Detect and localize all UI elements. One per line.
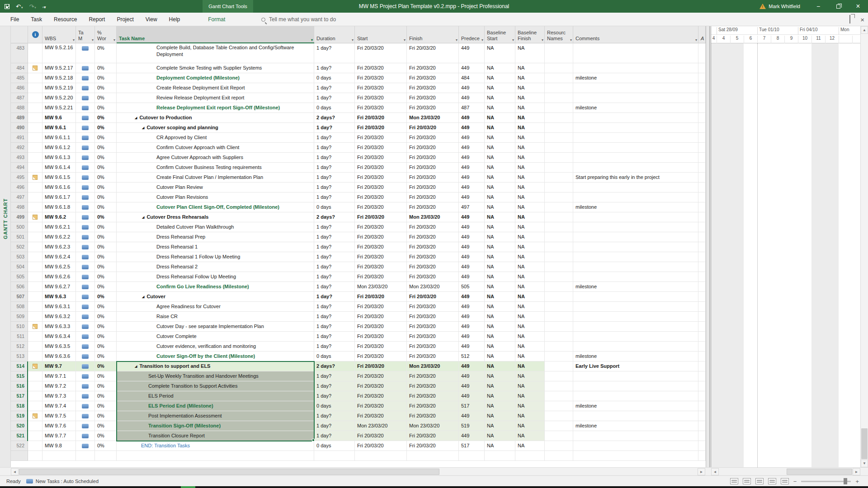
pred-cell[interactable]: 484 — [459, 73, 485, 83]
mode-cell[interactable] — [76, 232, 95, 242]
sliver-cell[interactable] — [698, 272, 706, 282]
comments-cell[interactable]: Early Live Support — [573, 361, 698, 371]
pct-cell[interactable]: 0% — [95, 103, 117, 113]
comments-cell[interactable] — [573, 93, 698, 103]
name-cell[interactable]: ◢Cutover to Production — [117, 113, 314, 123]
wbs-cell[interactable]: MW 9.6.2.6 — [42, 272, 76, 282]
res-cell[interactable] — [545, 73, 573, 83]
sliver-cell[interactable] — [698, 242, 706, 252]
wbs-cell[interactable]: MW 9.7.7 — [42, 431, 76, 441]
name-cell[interactable]: ◢Cutover Dress Rehearsals — [117, 212, 314, 222]
wbs-cell[interactable]: MW 9.6.3.5 — [42, 342, 76, 352]
info-cell[interactable] — [28, 431, 42, 441]
collapse-arrow-icon[interactable]: ◢ — [135, 116, 137, 121]
finish-cell[interactable]: Fri 20/03/20 — [407, 332, 459, 342]
bstart-cell[interactable]: NA — [485, 143, 515, 153]
duration-cell[interactable]: 1 day? — [314, 43, 355, 63]
pct-cell[interactable]: 0% — [95, 431, 117, 441]
comments-cell[interactable] — [573, 431, 698, 441]
finish-cell[interactable]: Fri 20/03/20 — [407, 302, 459, 312]
pct-cell[interactable]: 0% — [95, 123, 117, 133]
comments-cell[interactable] — [573, 63, 698, 73]
sheet-scrollbar-thumb[interactable] — [19, 469, 439, 475]
duration-cell[interactable]: 1 day? — [314, 252, 355, 262]
start-cell[interactable]: Fri 20/03/20 — [355, 431, 407, 441]
comments-cell[interactable] — [573, 342, 698, 352]
wbs-cell[interactable]: MW 9.6.1 — [42, 123, 76, 133]
mode-cell[interactable] — [76, 202, 95, 212]
info-cell[interactable] — [28, 252, 42, 262]
row-number[interactable]: 499 — [11, 212, 28, 222]
mode-cell[interactable] — [76, 153, 95, 163]
filter-arrow-icon[interactable]: ▾ — [481, 38, 483, 42]
info-cell[interactable] — [28, 202, 42, 212]
pct-cell[interactable]: 0% — [95, 411, 117, 421]
wbs-cell[interactable]: MW 9.6.1.5 — [42, 173, 76, 183]
comments-cell[interactable] — [573, 411, 698, 421]
sliver-cell[interactable] — [698, 332, 706, 342]
row-number[interactable]: 505 — [11, 272, 28, 282]
sliver-cell[interactable] — [698, 63, 706, 73]
row-number[interactable]: 522 — [11, 441, 28, 451]
finish-cell[interactable]: Fri 20/03/20 — [407, 103, 459, 113]
wbs-cell[interactable]: MW 9.5.2.21 — [42, 103, 76, 113]
pred-cell[interactable]: 449 — [459, 83, 485, 93]
comments-cell[interactable] — [573, 83, 698, 93]
pred-cell[interactable]: 449 — [459, 183, 485, 192]
bstart-cell[interactable]: NA — [485, 292, 515, 302]
filter-arrow-icon[interactable]: ▾ — [73, 38, 75, 42]
sliver-cell[interactable] — [698, 113, 706, 123]
column-header-mode[interactable]: TaM▾ — [76, 26, 95, 43]
mode-cell[interactable] — [76, 192, 95, 202]
info-cell[interactable] — [28, 123, 42, 133]
wbs-cell[interactable]: MW 9.8 — [42, 441, 76, 451]
bstart-cell[interactable]: NA — [485, 302, 515, 312]
comments-cell[interactable] — [573, 272, 698, 282]
name-cell[interactable]: Cutover evidence, verification and monit… — [117, 342, 314, 352]
wbs-cell[interactable]: MW 9.6.2.7 — [42, 282, 76, 292]
comments-cell[interactable] — [573, 451, 698, 461]
res-cell[interactable] — [545, 282, 573, 292]
pred-cell[interactable]: 449 — [459, 242, 485, 252]
info-cell[interactable] — [28, 401, 42, 411]
sliver-cell[interactable] — [698, 361, 706, 371]
comments-cell[interactable] — [573, 143, 698, 153]
duration-cell[interactable]: 1 day? — [314, 421, 355, 431]
bfinish-cell[interactable]: NA — [515, 421, 545, 431]
row-number[interactable]: 521 — [11, 431, 28, 441]
ribbon-tab-task[interactable]: Task — [25, 13, 48, 26]
pred-cell[interactable]: 449 — [459, 262, 485, 272]
finish-cell[interactable]: Fri 20/03/20 — [407, 441, 459, 451]
collapse-arrow-icon[interactable]: ◢ — [142, 295, 144, 300]
pct-cell[interactable]: 0% — [95, 252, 117, 262]
duration-cell[interactable]: 0 days — [314, 103, 355, 113]
name-cell[interactable]: Agree Cutover Approach with Suppliers — [117, 153, 314, 163]
pred-cell[interactable]: 449 — [459, 232, 485, 242]
bstart-cell[interactable]: NA — [485, 421, 515, 431]
vertical-scrollbar[interactable]: ▲ ▼ — [860, 26, 868, 467]
pct-cell[interactable] — [95, 451, 117, 461]
start-cell[interactable]: Fri 20/03/20 — [355, 93, 407, 103]
wbs-cell[interactable] — [42, 451, 76, 461]
ribbon-tab-project[interactable]: Project — [111, 13, 139, 26]
wbs-cell[interactable]: MW 9.6.1.2 — [42, 143, 76, 153]
row-number[interactable]: 483 — [11, 43, 28, 63]
finish-cell[interactable]: Fri 20/03/20 — [407, 83, 459, 93]
sheet-scroll-left-arrow[interactable]: ◄ — [11, 468, 19, 475]
info-cell[interactable] — [28, 212, 42, 222]
duration-cell[interactable]: 1 day? — [314, 371, 355, 381]
bfinish-cell[interactable]: NA — [515, 183, 545, 192]
row-number[interactable]: 489 — [11, 113, 28, 123]
finish-cell[interactable]: Mon 23/03/20 — [407, 113, 459, 123]
name-cell[interactable]: ◢Cutover — [117, 292, 314, 302]
info-cell[interactable] — [28, 352, 42, 361]
finish-cell[interactable]: Fri 20/03/20 — [407, 192, 459, 202]
bfinish-cell[interactable]: NA — [515, 342, 545, 352]
collapse-arrow-icon[interactable]: ◢ — [135, 364, 137, 369]
row-number[interactable]: 490 — [11, 123, 28, 133]
duration-cell[interactable]: 0 days — [314, 441, 355, 451]
gantt-view-shortcut[interactable] — [730, 478, 738, 484]
info-cell[interactable] — [28, 93, 42, 103]
res-cell[interactable] — [545, 451, 573, 461]
bfinish-cell[interactable]: NA — [515, 352, 545, 361]
